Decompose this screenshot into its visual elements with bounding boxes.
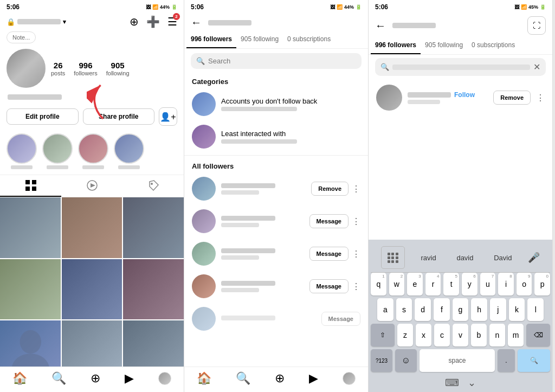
mic-icon[interactable]: 🎤 (528, 252, 540, 264)
tab-reels[interactable] (61, 175, 122, 197)
num-switch-key[interactable]: ?123 (371, 349, 392, 372)
followers-stat[interactable]: 996 followers (74, 61, 97, 76)
category-dont-follow-back[interactable]: Accounts you don't follow back (184, 88, 368, 120)
note-bubble[interactable]: Note... (7, 31, 36, 43)
post-cell[interactable] (0, 320, 61, 367)
keyboard-chevron-down[interactable]: ⌄ (468, 377, 476, 389)
back-button-2[interactable]: ← (191, 16, 202, 29)
key-y[interactable]: y6 (462, 273, 477, 295)
key-s[interactable]: s (396, 298, 412, 321)
key-p[interactable]: p0 (534, 273, 550, 295)
following-stat[interactable]: 905 following (106, 61, 130, 76)
tab-followers-3-active[interactable]: 996 followers (371, 37, 421, 54)
remove-button-3[interactable]: Remove (493, 91, 531, 105)
search-return-key[interactable]: 🔍 (518, 349, 550, 372)
nav-search-2[interactable]: 🔍 (236, 371, 250, 385)
delete-key[interactable]: ⌫ (526, 324, 550, 346)
more-dots-2[interactable]: ⋮ (352, 216, 360, 227)
category-least-interacted[interactable]: Least interacted with (184, 120, 368, 153)
message-button-5[interactable]: Message (321, 312, 360, 326)
key-t[interactable]: t5 (443, 273, 459, 295)
key-n[interactable]: n (489, 324, 505, 346)
story-item[interactable] (78, 133, 108, 169)
key-j[interactable]: j (490, 298, 506, 321)
expand-button[interactable]: ⛶ (527, 16, 546, 35)
tab-following[interactable]: 905 following (236, 31, 283, 48)
nav-reels[interactable]: ▶ (125, 371, 134, 385)
autocomplete-David[interactable]: David (489, 253, 516, 263)
post-cell[interactable] (123, 259, 184, 320)
key-z[interactable]: z (397, 324, 413, 346)
key-w[interactable]: w2 (389, 273, 405, 295)
nav-reels-2[interactable]: ▶ (309, 371, 318, 385)
post-cell[interactable] (0, 197, 61, 258)
post-cell[interactable] (0, 259, 61, 320)
key-e[interactable]: e3 (407, 273, 423, 295)
key-v[interactable]: v (453, 324, 468, 346)
key-m[interactable]: m (508, 324, 524, 346)
tab-following-3[interactable]: 905 following (421, 37, 467, 54)
key-r[interactable]: r4 (425, 273, 441, 295)
key-i[interactable]: i8 (498, 273, 514, 295)
key-u[interactable]: u7 (480, 273, 496, 295)
key-h[interactable]: h (471, 298, 487, 321)
key-q[interactable]: q1 (371, 273, 386, 295)
story-item[interactable] (42, 133, 73, 169)
key-c[interactable]: c (434, 324, 450, 346)
nav-home[interactable]: 🏠 (12, 371, 27, 385)
space-key[interactable]: space (420, 349, 495, 372)
followers-search[interactable]: 🔍 (191, 53, 362, 69)
tab-grid[interactable] (0, 175, 61, 197)
key-b[interactable]: b (471, 324, 487, 346)
key-l[interactable]: l (527, 298, 544, 321)
tab-tagged[interactable] (122, 175, 184, 197)
key-a[interactable]: a (377, 298, 393, 321)
autocomplete-david[interactable]: david (452, 253, 477, 263)
more-dots-result[interactable]: ⋮ (536, 93, 545, 103)
share-profile-button[interactable]: Share profile (83, 108, 155, 125)
p3-search-bar[interactable]: 🔍 ✕ (375, 58, 546, 76)
story-item[interactable] (7, 133, 37, 169)
more-dots-4[interactable]: ⋮ (352, 281, 360, 292)
key-g[interactable]: g (453, 298, 469, 321)
more-dots-3[interactable]: ⋮ (352, 249, 360, 259)
follow-link[interactable]: Follow (454, 91, 475, 99)
message-button-3[interactable]: Message (309, 247, 349, 261)
nav-add[interactable]: ⊕ (91, 371, 100, 385)
post-cell[interactable] (62, 259, 122, 320)
add-icon[interactable]: ➕ (146, 15, 160, 28)
post-cell[interactable] (62, 197, 122, 258)
search-input-2[interactable] (208, 57, 356, 65)
posts-stat[interactable]: 26 posts (51, 61, 65, 76)
story-item[interactable] (114, 133, 144, 169)
key-k[interactable]: k (509, 298, 525, 321)
remove-button-1[interactable]: Remove (311, 182, 349, 196)
message-button-4[interactable]: Message (309, 279, 349, 293)
post-cell[interactable] (123, 197, 184, 258)
nav-search[interactable]: 🔍 (51, 371, 66, 385)
more-dots-1[interactable]: ⋮ (352, 184, 360, 194)
key-o[interactable]: o9 (517, 273, 532, 295)
period-key[interactable]: . (498, 349, 515, 372)
shift-key[interactable]: ⇧ (371, 324, 395, 346)
post-cell[interactable] (62, 320, 122, 367)
tab-subscriptions-3[interactable]: 0 subscriptions (467, 37, 519, 54)
emoji-key[interactable]: ☺ (395, 349, 417, 372)
tab-subscriptions[interactable]: 0 subscriptions (283, 31, 335, 48)
key-x[interactable]: x (416, 324, 431, 346)
tab-followers-active[interactable]: 996 followers (186, 31, 236, 48)
nav-add-2[interactable]: ⊕ (275, 371, 285, 385)
nav-profile-2[interactable] (343, 372, 356, 385)
post-cell[interactable] (123, 320, 184, 367)
autocomplete-ravid[interactable]: ravid (417, 253, 441, 263)
key-f[interactable]: f (434, 298, 450, 321)
menu-icon[interactable]: ☰ 2 (167, 15, 177, 28)
message-button-2[interactable]: Message (309, 214, 349, 228)
threads-icon[interactable]: ⊕ (130, 15, 139, 28)
add-person-button[interactable]: 👤+ (159, 107, 177, 126)
keyboard-grid-icon[interactable] (381, 246, 405, 269)
nav-home-2[interactable]: 🏠 (197, 371, 211, 385)
profile-avatar[interactable] (7, 49, 46, 88)
nav-profile[interactable] (158, 372, 171, 385)
key-d[interactable]: d (415, 298, 431, 321)
